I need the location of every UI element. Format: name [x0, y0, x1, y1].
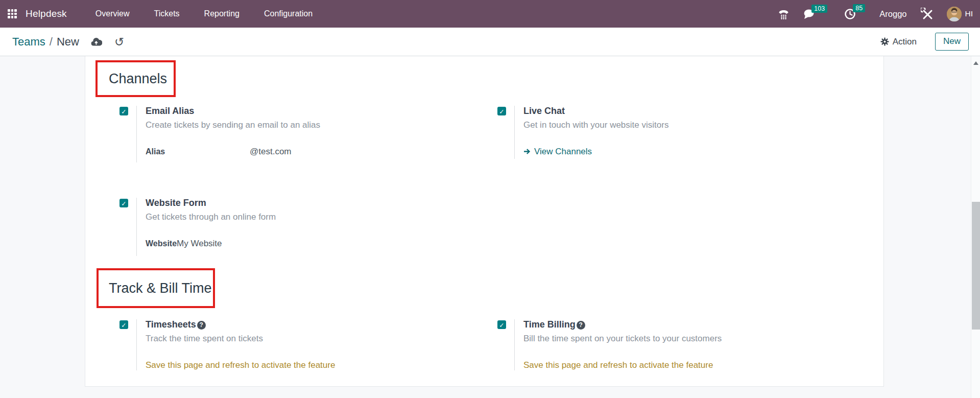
check-icon: ✓ — [121, 321, 126, 329]
email-alias-description: Create tickets by sending an email to an… — [146, 120, 320, 130]
control-panel-right: Action New — [880, 33, 969, 51]
feature-time-billing: ✓ Time Billing? Bill the time spent on y… — [497, 319, 850, 370]
view-channels-link[interactable]: View Channels — [523, 146, 668, 157]
feature-timesheets: ✓ Timesheets? Track the time spent on ti… — [119, 319, 472, 370]
main-content: Channels ✓ Email Alias Create tickets by… — [0, 56, 980, 398]
timesheets-save-warning: Save this page and refresh to activate t… — [146, 360, 335, 370]
timesheets-description: Track the time spent on tickets — [146, 333, 335, 344]
arrow-right-icon — [523, 148, 531, 155]
website-form-checkbox[interactable]: ✓ — [119, 199, 128, 207]
form-sheet: Channels ✓ Email Alias Create tickets by… — [85, 56, 884, 387]
website-field-label: Website — [146, 239, 177, 248]
email-alias-title: Email Alias — [146, 106, 320, 116]
breadcrumb-current: New — [57, 35, 79, 49]
menu-tickets[interactable]: Tickets — [154, 9, 180, 18]
channels-annotation-box: Channels — [95, 60, 176, 97]
feature-email-alias: ✓ Email Alias Create tickets by sending … — [119, 106, 472, 162]
menu-overview[interactable]: Overview — [95, 9, 130, 18]
timesheets-title: Timesheets — [146, 319, 196, 330]
email-alias-checkbox[interactable]: ✓ — [119, 107, 128, 115]
view-channels-label: View Channels — [534, 146, 592, 157]
check-icon: ✓ — [499, 108, 504, 115]
breadcrumb-teams[interactable]: Teams — [12, 35, 45, 49]
alias-field-label: Alias — [146, 146, 250, 157]
live-chat-title: Live Chat — [523, 106, 668, 116]
feature-website-form: ✓ Website Form Get tickets through an on… — [119, 198, 472, 256]
website-form-title: Website Form — [146, 198, 276, 208]
check-icon: ✓ — [499, 321, 504, 329]
discard-undo-icon[interactable]: ↺ — [114, 37, 124, 47]
time-billing-save-warning: Save this page and refresh to activate t… — [523, 360, 722, 370]
control-panel: Teams / New ↺ — [0, 28, 980, 56]
help-question-icon[interactable]: ? — [197, 321, 206, 330]
scrollbar-up-arrow-icon[interactable] — [973, 61, 978, 65]
messages-badge: 103 — [811, 5, 827, 13]
breadcrumb-separator: / — [50, 35, 53, 49]
track-bill-annotation-box: Track & Bill Time — [97, 268, 215, 308]
user-avatar[interactable] — [947, 7, 962, 21]
check-icon: ✓ — [121, 108, 126, 115]
apps-grid-icon[interactable] — [8, 9, 17, 18]
website-field-value[interactable]: My Website — [177, 239, 222, 248]
time-billing-title: Time Billing — [523, 319, 576, 330]
menu-reporting[interactable]: Reporting — [204, 9, 240, 18]
main-menu: Overview Tickets Reporting Configuration — [67, 9, 313, 18]
check-icon: ✓ — [121, 200, 126, 207]
new-button[interactable]: New — [935, 33, 969, 51]
activities-clock-icon[interactable]: 85 — [844, 8, 856, 20]
topbar-right: 103 85 Aroggo — [778, 7, 973, 21]
alias-field-value[interactable]: @test.com — [250, 147, 292, 156]
messages-icon[interactable]: 103 — [803, 9, 815, 19]
time-billing-checkbox[interactable]: ✓ — [497, 320, 506, 329]
user-initials[interactable]: HI — [965, 9, 973, 18]
action-menu-button[interactable]: Action — [880, 37, 917, 47]
breadcrumb: Teams / New — [12, 35, 79, 49]
channels-heading: Channels — [98, 71, 167, 87]
feature-live-chat: ✓ Live Chat Get in touch with your websi… — [497, 106, 850, 159]
developer-tools-icon[interactable] — [921, 8, 934, 20]
help-question-icon[interactable]: ? — [577, 321, 585, 330]
time-billing-description: Bill the time spent on your tickets to y… — [523, 333, 722, 344]
live-chat-checkbox[interactable]: ✓ — [497, 107, 506, 115]
website-form-description: Get tickets through an online form — [146, 212, 276, 222]
vertical-scrollbar[interactable] — [971, 56, 980, 398]
timesheets-checkbox[interactable]: ✓ — [119, 320, 128, 329]
menu-configuration[interactable]: Configuration — [264, 9, 313, 18]
live-chat-description: Get in touch with your website visitors — [523, 120, 668, 130]
scrollbar-thumb[interactable] — [972, 202, 980, 330]
top-navbar: Helpdesk Overview Tickets Reporting Conf… — [0, 0, 980, 28]
action-label: Action — [893, 37, 917, 47]
gear-icon — [880, 37, 889, 46]
voip-phone-icon[interactable] — [778, 9, 790, 19]
track-bill-heading: Track & Bill Time — [99, 280, 212, 296]
app-name[interactable]: Helpdesk — [26, 8, 67, 19]
activities-badge: 85 — [853, 4, 865, 12]
company-name[interactable]: Aroggo — [879, 9, 906, 19]
save-cloud-icon[interactable] — [90, 37, 102, 46]
